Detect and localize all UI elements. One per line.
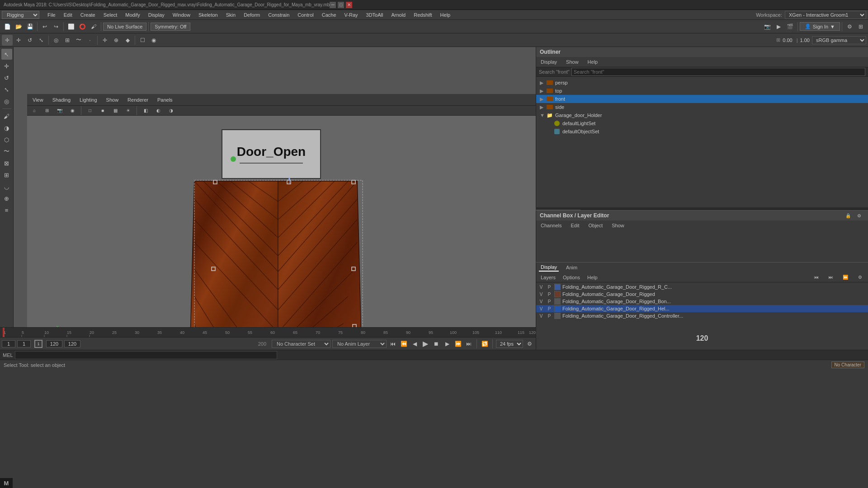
- menu-redshift[interactable]: Redshift: [410, 11, 435, 19]
- vp-ao-button[interactable]: ◐: [153, 105, 164, 116]
- 3d-scene[interactable]: Door_Open: [27, 116, 536, 327]
- snap-curve-button[interactable]: 〜: [73, 35, 84, 46]
- menu-cache[interactable]: Cache: [318, 11, 340, 19]
- layers-tab[interactable]: Layers: [539, 274, 557, 281]
- select-mode-button[interactable]: ⬜: [66, 21, 76, 32]
- tree-item-top[interactable]: ▶ top: [536, 87, 868, 95]
- menu-skeleton[interactable]: Skeleton: [195, 11, 222, 19]
- symmetry-button[interactable]: Symmetry: Off: [151, 23, 190, 31]
- select-tool[interactable]: ↖: [1, 49, 12, 60]
- component-tool[interactable]: ⬡: [1, 134, 12, 145]
- playblast-button[interactable]: ▶: [774, 21, 784, 32]
- custom-attr-button[interactable]: ⊕: [111, 35, 122, 46]
- camera-button[interactable]: 📷: [762, 21, 773, 32]
- select-tool-button[interactable]: ✛: [2, 35, 13, 46]
- menu-select[interactable]: Select: [100, 11, 121, 19]
- viewport-container[interactable]: View Shading Lighting Show Renderer Pane…: [14, 47, 536, 327]
- close-button[interactable]: ✕: [346, 2, 352, 8]
- vp-texture-button[interactable]: ▦: [110, 105, 121, 116]
- vp-renderer-menu[interactable]: Renderer: [125, 96, 151, 103]
- next-frame-button[interactable]: ⏩: [453, 339, 462, 348]
- layer-tool-4[interactable]: ⚙: [854, 272, 865, 283]
- object-tab[interactable]: Object: [586, 222, 604, 229]
- lasso-button[interactable]: ⭕: [77, 21, 88, 32]
- layer-item-4[interactable]: V P Folding_Automatic_Garage_Door_Rigged…: [536, 312, 868, 319]
- set-key-button[interactable]: ◆: [122, 35, 133, 46]
- bend-tool[interactable]: ◡: [1, 181, 12, 192]
- vp-camera-button[interactable]: 📷: [54, 105, 65, 116]
- vp-wire-button[interactable]: □: [85, 105, 95, 116]
- redo-button[interactable]: ↪: [51, 21, 61, 32]
- menu-help[interactable]: Help: [437, 11, 454, 19]
- prev-frame-button[interactable]: ⏪: [399, 339, 408, 348]
- workspace-dropdown[interactable]: XGen - Interactive Groom1: [785, 11, 866, 19]
- playback-end-field[interactable]: [64, 340, 80, 347]
- channels-tab[interactable]: Channels: [539, 222, 563, 229]
- render-button[interactable]: 🎬: [785, 21, 796, 32]
- sculpt-tool[interactable]: ◑: [1, 122, 12, 133]
- outliner-show-tab[interactable]: Show: [564, 58, 580, 66]
- window-controls[interactable]: ─ □ ✕: [330, 2, 352, 8]
- layer-item-1[interactable]: V P Folding_Automatic_Garage_Door_Rigged: [536, 291, 868, 298]
- go-end-button[interactable]: ⏭: [464, 339, 473, 348]
- layer-tool-2[interactable]: ⏭: [826, 272, 836, 283]
- current-frame-field[interactable]: [17, 340, 31, 347]
- move-tool-button[interactable]: ✛: [13, 35, 24, 46]
- no-live-surface-button[interactable]: No Live Surface: [103, 23, 146, 31]
- tree-item-default-obj[interactable]: defaultObjectSet: [536, 127, 868, 136]
- anim-prefs-button[interactable]: ⚙: [525, 339, 534, 348]
- range-start-field[interactable]: [2, 340, 15, 347]
- timeline[interactable]: 1 5 10 15 20 25 30 35 40 45 50 55 60 65 …: [0, 327, 536, 337]
- options-tab[interactable]: Options: [561, 274, 582, 281]
- outliner-help-tab[interactable]: Help: [586, 58, 600, 66]
- scale-tool-button[interactable]: ⤡: [36, 35, 47, 46]
- prev-key-button[interactable]: ◀: [410, 339, 419, 348]
- menu-3dtoall[interactable]: 3DToAll: [363, 11, 387, 19]
- soft-select-button[interactable]: ◎: [51, 35, 61, 46]
- settings-button[interactable]: ⚙: [844, 21, 855, 32]
- rotate-tool[interactable]: ↺: [1, 72, 12, 83]
- menu-edit[interactable]: Edit: [60, 11, 76, 19]
- mel-input[interactable]: [15, 351, 277, 359]
- layout-button[interactable]: ⊞: [855, 21, 866, 32]
- vp-panels-menu[interactable]: Panels: [155, 96, 175, 103]
- show-manipulator-button[interactable]: ✛: [99, 35, 110, 46]
- vp-view-menu[interactable]: View: [30, 96, 46, 103]
- range-end-field[interactable]: [46, 340, 62, 347]
- paint-skin-tool[interactable]: 🖌: [1, 111, 12, 122]
- menu-skin[interactable]: Skin: [222, 11, 239, 19]
- tree-item-front[interactable]: ▶ front: [536, 95, 868, 103]
- vp-lighting-menu[interactable]: Lighting: [77, 96, 100, 103]
- stop-button[interactable]: ⏹: [432, 339, 441, 348]
- menu-constrain[interactable]: Constrain: [264, 11, 293, 19]
- menu-file[interactable]: File: [44, 11, 59, 19]
- tree-item-side[interactable]: ▶ side: [536, 103, 868, 111]
- layer-tool-3[interactable]: ⏩: [840, 272, 851, 283]
- go-start-button[interactable]: ⏮: [388, 339, 397, 348]
- lattice-tool[interactable]: ⊞: [1, 169, 12, 180]
- layer-item-0[interactable]: V P Folding_Automatic_Garage_Door_Rigged…: [536, 283, 868, 291]
- extra-tool[interactable]: ⊕: [1, 193, 12, 204]
- display-tab-display[interactable]: Display: [539, 263, 559, 272]
- layer-tool[interactable]: ≡: [1, 205, 12, 216]
- paint-button[interactable]: 🖌: [88, 21, 99, 32]
- save-file-button[interactable]: 💾: [24, 21, 35, 32]
- snap-grid-button[interactable]: ⊞: [62, 35, 73, 46]
- play-button[interactable]: ▶: [421, 339, 430, 348]
- curve-tool[interactable]: 〜: [1, 146, 12, 157]
- fps-dropdown[interactable]: 24 fps 30 fps 60 fps: [496, 340, 523, 348]
- help-tab[interactable]: Help: [585, 274, 599, 281]
- cage-tool[interactable]: ⊠: [1, 158, 12, 169]
- new-file-button[interactable]: 📄: [2, 21, 13, 32]
- channel-settings-button[interactable]: ⚙: [854, 210, 864, 221]
- no-character-set-dropdown[interactable]: No Character Set: [272, 340, 330, 348]
- layer-item-2[interactable]: V P Folding_Automatic_Garage_Door_Rigged…: [536, 298, 868, 305]
- xray-button[interactable]: ☐: [137, 35, 148, 46]
- outliner-display-tab[interactable]: Display: [539, 58, 559, 66]
- snap-point-button[interactable]: ·: [85, 35, 95, 46]
- menu-modify[interactable]: Modify: [122, 11, 143, 19]
- menu-control[interactable]: Control: [294, 11, 317, 19]
- outliner-search-input[interactable]: [571, 68, 865, 76]
- vp-smooth-button[interactable]: ■: [97, 105, 108, 116]
- move-tool[interactable]: ✛: [1, 61, 12, 71]
